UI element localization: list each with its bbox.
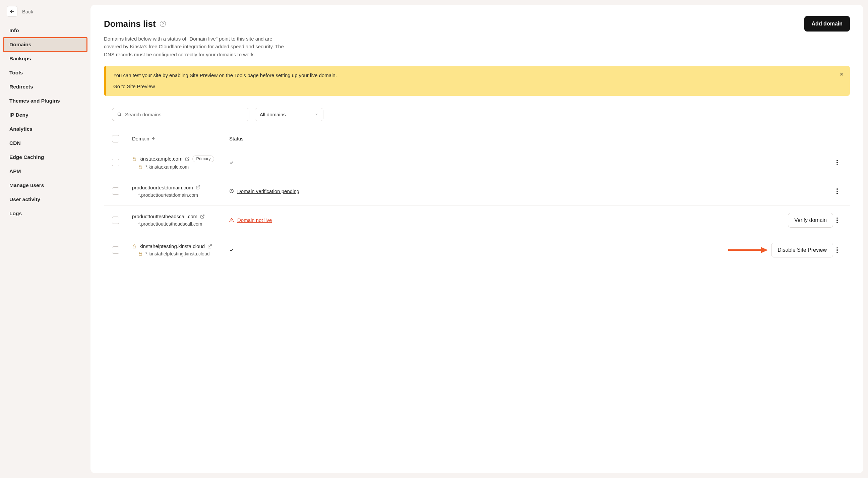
sidebar-item-domains[interactable]: Domains: [3, 37, 87, 52]
sidebar-item-manage-users[interactable]: Manage users: [3, 178, 87, 192]
sidebar-item-backups[interactable]: Backups: [3, 52, 87, 66]
sidebar-item-ip-deny[interactable]: IP Deny: [3, 108, 87, 122]
sidebar-nav: InfoDomainsBackupsToolsRedirectsThemes a…: [0, 24, 91, 220]
sidebar-item-themes-and-plugins[interactable]: Themes and Plugins: [3, 94, 87, 108]
select-all-checkbox[interactable]: [112, 135, 119, 143]
sidebar-item-apm[interactable]: APM: [3, 164, 87, 178]
page-subtitle: Domains listed below with a status of "D…: [104, 35, 291, 58]
warning-icon: [229, 218, 234, 222]
add-domain-button[interactable]: Add domain: [804, 16, 850, 31]
info-banner: You can test your site by enabling Site …: [104, 66, 850, 96]
clock-icon: [229, 189, 234, 193]
search-domains-input-wrap[interactable]: [112, 108, 249, 121]
row-menu-button[interactable]: [833, 216, 841, 224]
help-icon[interactable]: ?: [160, 21, 166, 27]
domain-name[interactable]: producttourtestdomain.com: [132, 185, 193, 190]
wildcard-domain: *.kinstaexample.com: [146, 164, 189, 170]
svg-line-11: [202, 215, 204, 217]
domain-name[interactable]: kinstahelptesting.kinsta.cloud: [140, 243, 205, 249]
sort-asc-icon: [152, 137, 155, 141]
sidebar-item-cdn[interactable]: CDN: [3, 136, 87, 150]
external-link-icon: [185, 156, 190, 161]
arrow-left-icon: [9, 9, 15, 14]
domains-table: Domain Status kinstaexample.comPrimary*.…: [104, 135, 850, 265]
lock-icon: [138, 165, 143, 169]
lock-icon: [138, 251, 143, 256]
svg-rect-16: [139, 254, 142, 256]
disable-site-preview-button[interactable]: Disable Site Preview: [771, 243, 833, 258]
external-link-icon: [200, 214, 205, 219]
table-row: producttourtestdomain.com*.producttourte…: [104, 177, 850, 206]
lock-icon: [132, 244, 137, 249]
back-label: Back: [22, 9, 33, 14]
svg-rect-6: [133, 158, 136, 160]
close-icon: [839, 72, 844, 77]
wildcard-domain: *.producttouttestheadscall.com: [138, 221, 202, 227]
status-link[interactable]: Domain not live: [237, 217, 272, 223]
svg-point-3: [118, 113, 120, 116]
banner-text: You can test your site by enabling Site …: [113, 72, 842, 78]
lock-icon: [132, 156, 137, 161]
check-icon: [229, 160, 234, 165]
table-row: kinstahelptesting.kinsta.cloud*.kinstahe…: [104, 235, 850, 265]
primary-badge: Primary: [192, 155, 214, 162]
back-button[interactable]: [7, 6, 18, 17]
wildcard-domain: *.kinstahelptesting.kinsta.cloud: [146, 251, 210, 257]
row-checkbox[interactable]: [112, 246, 119, 254]
chevron-down-icon: [314, 112, 318, 116]
sidebar-item-edge-caching[interactable]: Edge Caching: [3, 150, 87, 164]
sidebar: Back InfoDomainsBackupsToolsRedirectsThe…: [0, 0, 91, 478]
sidebar-item-tools[interactable]: Tools: [3, 66, 87, 80]
sidebar-item-logs[interactable]: Logs: [3, 207, 87, 220]
svg-line-4: [120, 115, 121, 116]
table-row: producttouttestheadscall.com*.producttou…: [104, 206, 850, 235]
table-header: Domain Status: [104, 135, 850, 148]
domain-name[interactable]: producttouttestheadscall.com: [132, 213, 197, 219]
svg-rect-8: [139, 167, 142, 169]
domain-name[interactable]: kinstaexample.com: [140, 156, 182, 161]
external-link-icon: [208, 244, 212, 249]
row-checkbox[interactable]: [112, 187, 119, 195]
table-row: kinstaexample.comPrimary*.kinstaexample.…: [104, 148, 850, 177]
search-domains-input[interactable]: [125, 112, 244, 117]
banner-close-button[interactable]: [839, 71, 844, 78]
filter-selected-label: All domains: [260, 112, 286, 117]
svg-line-7: [187, 157, 189, 159]
sidebar-item-analytics[interactable]: Analytics: [3, 122, 87, 136]
row-checkbox[interactable]: [112, 216, 119, 224]
search-icon: [117, 112, 122, 117]
main-panel: Domains list ? Add domain Domains listed…: [91, 5, 863, 473]
domain-filter-select[interactable]: All domains: [255, 108, 323, 121]
page-title: Domains list: [104, 19, 156, 29]
column-status: Status: [229, 135, 722, 143]
row-menu-button[interactable]: [833, 158, 841, 167]
external-link-icon: [196, 185, 200, 190]
svg-marker-18: [761, 247, 768, 253]
annotation-arrow-icon: [727, 247, 768, 253]
column-domain[interactable]: Domain: [132, 135, 229, 143]
verify-domain-button[interactable]: Verify domain: [788, 213, 833, 228]
row-checkbox[interactable]: [112, 159, 119, 166]
check-icon: [229, 248, 234, 252]
row-menu-button[interactable]: [833, 246, 841, 254]
sidebar-item-info[interactable]: Info: [3, 24, 87, 37]
sidebar-item-user-activity[interactable]: User activity: [3, 192, 87, 207]
svg-line-9: [198, 186, 200, 188]
status-link[interactable]: Domain verification pending: [237, 188, 299, 194]
svg-line-15: [210, 245, 212, 247]
row-menu-button[interactable]: [833, 187, 841, 195]
sidebar-item-redirects[interactable]: Redirects: [3, 80, 87, 94]
wildcard-domain: *.producttourtestdomain.com: [138, 192, 198, 198]
svg-rect-14: [133, 246, 136, 248]
banner-link[interactable]: Go to Site Preview: [113, 84, 842, 89]
